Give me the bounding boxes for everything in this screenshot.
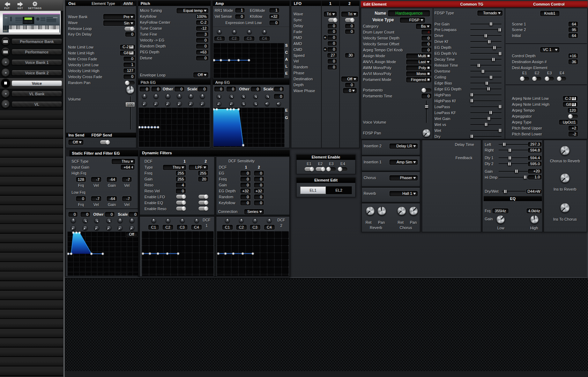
svg-text:GET: GET xyxy=(17,7,23,9)
svg-text:PUT: PUT xyxy=(4,7,10,9)
svg-text:SETTINGS: SETTINGS xyxy=(28,7,42,9)
